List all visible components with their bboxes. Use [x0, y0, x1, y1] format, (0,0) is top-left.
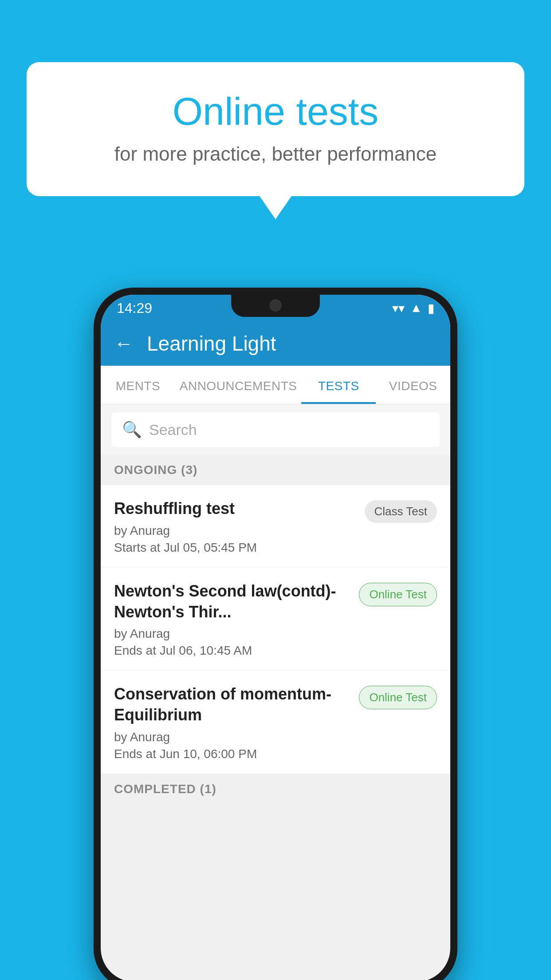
- battery-icon: ▮: [428, 301, 434, 316]
- signal-icon: ▲: [410, 301, 422, 315]
- test-name: Newton's Second law(contd)-Newton's Thir…: [114, 581, 350, 623]
- app-title: Learning Light: [147, 332, 276, 356]
- test-info: Conservation of momentum-Equilibrium by …: [114, 684, 350, 761]
- test-by: by Anurag: [114, 730, 350, 744]
- test-badge-online-2: Online Test: [359, 686, 437, 709]
- front-camera: [269, 299, 282, 312]
- speech-bubble-title: Online tests: [62, 89, 489, 134]
- tab-announcements[interactable]: ANNOUNCEMENTS: [175, 366, 302, 404]
- tabs-container: MENTS ANNOUNCEMENTS TESTS VIDEOS: [101, 366, 450, 404]
- test-by: by Anurag: [114, 524, 356, 538]
- test-item[interactable]: Conservation of momentum-Equilibrium by …: [101, 671, 450, 774]
- test-date: Ends at Jun 10, 06:00 PM: [114, 747, 350, 761]
- status-time: 14:29: [117, 300, 152, 316]
- test-item[interactable]: Reshuffling test by Anurag Starts at Jul…: [101, 485, 450, 568]
- tab-tests[interactable]: TESTS: [301, 366, 376, 404]
- test-date: Ends at Jul 06, 10:45 AM: [114, 644, 350, 658]
- test-name: Conservation of momentum-Equilibrium: [114, 684, 350, 726]
- wifi-icon: ▾▾: [392, 301, 405, 316]
- speech-bubble: Online tests for more practice, better p…: [27, 62, 524, 196]
- back-button[interactable]: ←: [114, 332, 134, 355]
- test-list: Reshuffling test by Anurag Starts at Jul…: [101, 485, 450, 774]
- test-by: by Anurag: [114, 627, 350, 641]
- tab-ments[interactable]: MENTS: [101, 366, 175, 404]
- tab-videos[interactable]: VIDEOS: [376, 366, 450, 404]
- ongoing-section-header: ONGOING (3): [101, 455, 450, 485]
- completed-section-header: COMPLETED (1): [101, 774, 450, 804]
- search-bar[interactable]: 🔍 Search: [111, 412, 440, 447]
- test-name: Reshuffling test: [114, 498, 356, 519]
- test-badge-class: Class Test: [365, 500, 437, 523]
- search-input[interactable]: Search: [149, 421, 429, 439]
- test-badge-online: Online Test: [359, 583, 437, 606]
- speech-bubble-subtitle: for more practice, better performance: [62, 143, 489, 165]
- phone-screen: 14:29 ▾▾ ▲ ▮ ← Learning Light MENTS ANNO…: [101, 295, 450, 980]
- app-bar: ← Learning Light: [101, 321, 450, 366]
- search-container: 🔍 Search: [101, 404, 450, 455]
- test-date: Starts at Jul 05, 05:45 PM: [114, 541, 356, 555]
- speech-bubble-container: Online tests for more practice, better p…: [27, 62, 524, 196]
- phone-frame: 14:29 ▾▾ ▲ ▮ ← Learning Light MENTS ANNO…: [94, 288, 457, 980]
- phone-notch: [231, 295, 320, 317]
- status-icons: ▾▾ ▲ ▮: [392, 301, 434, 316]
- test-item[interactable]: Newton's Second law(contd)-Newton's Thir…: [101, 568, 450, 671]
- test-info: Reshuffling test by Anurag Starts at Jul…: [114, 498, 356, 555]
- search-icon: 🔍: [122, 420, 142, 439]
- test-info: Newton's Second law(contd)-Newton's Thir…: [114, 581, 350, 658]
